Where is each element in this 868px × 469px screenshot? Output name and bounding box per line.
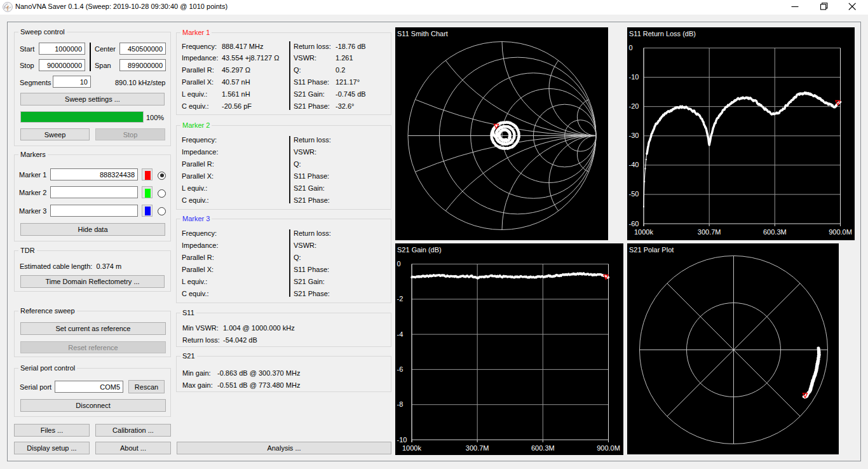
- marker-info-field-value: 40.57 nH: [222, 78, 250, 86]
- start-input[interactable]: 1000000: [39, 43, 85, 55]
- s21-gain-chart[interactable]: S21 Gain (dB) 0-2-4-6-8-101000k300.7M600…: [395, 243, 623, 455]
- s11-return-loss-chart[interactable]: S11 Return Loss (dB) 0-10-20-30-40-50-60…: [627, 27, 855, 240]
- serial-port-input[interactable]: COM5: [55, 381, 123, 393]
- reference-sweep-title: Reference sweep: [18, 307, 77, 315]
- svg-text:300.7M: 300.7M: [698, 228, 721, 236]
- min-vswr-label: Min VSWR:: [182, 324, 219, 332]
- close-button[interactable]: [839, 0, 868, 15]
- marker-info-field-label: Q:: [294, 66, 301, 74]
- marker-info-field-value: -20.56 pF: [222, 102, 252, 111]
- marker-info-field-label: Frequency:: [182, 43, 217, 51]
- svg-text:600.3M: 600.3M: [763, 228, 787, 236]
- svg-text:900.0M: 900.0M: [829, 228, 852, 236]
- serial-port-label: Serial port: [20, 383, 51, 391]
- svg-text:-10: -10: [397, 436, 407, 444]
- marker2-input[interactable]: [50, 186, 138, 198]
- svg-text:-40: -40: [629, 161, 639, 168]
- calibration-button[interactable]: Calibration ...: [95, 424, 171, 437]
- markers-title: Markers: [18, 151, 48, 159]
- marker2-info-title: Marker 2: [180, 121, 212, 130]
- stop-button[interactable]: Stop: [95, 128, 165, 140]
- marker-info-field-label: S11 Phase:: [294, 172, 329, 180]
- sweep-settings-button[interactable]: Sweep settings ...: [20, 93, 165, 105]
- sweep-button[interactable]: Sweep: [20, 128, 90, 140]
- svg-text:-20: -20: [629, 102, 639, 110]
- segments-input[interactable]: 10: [53, 76, 91, 88]
- app-icon: [2, 1, 13, 13]
- marker-info-field-label: VSWR:: [294, 54, 316, 62]
- min-vswr-value: 1.004 @ 1000.000 kHz: [223, 324, 295, 332]
- marker-info-field-label: S21 Gain:: [294, 278, 325, 286]
- span-input[interactable]: 899000000: [119, 59, 166, 71]
- marker-info-field-value: -0.745 dB: [336, 90, 366, 99]
- disconnect-button[interactable]: Disconnect: [20, 399, 166, 412]
- marker-info-field-label: Impedance:: [182, 54, 218, 62]
- marker2-radio[interactable]: [158, 189, 166, 198]
- marker3-info-separator: [289, 229, 290, 297]
- about-button[interactable]: About ...: [95, 442, 171, 454]
- marker3-input[interactable]: [50, 205, 138, 217]
- marker-info-field-value: 43.554 +j8.7127 Ω: [222, 54, 280, 62]
- marker-info-field-value: 0.2: [336, 66, 345, 74]
- serial-port-title: Serial port control: [18, 364, 77, 372]
- svg-text:1000k: 1000k: [402, 444, 421, 452]
- chart-gain-canvas: 0-2-4-6-8-101000k300.7M600.3M900.0M: [395, 243, 623, 455]
- marker-info-field-value: -18.76 dB: [336, 43, 366, 51]
- svg-text:-60: -60: [629, 220, 639, 228]
- marker2-color-button[interactable]: [142, 186, 153, 198]
- marker1-color-button[interactable]: [142, 168, 153, 180]
- marker-info-field-value: 121.17°: [336, 78, 360, 86]
- s21-polar-chart[interactable]: S21 Polar Plot: [627, 243, 839, 454]
- marker-info-field-label: Impedance:: [182, 148, 218, 156]
- center-input[interactable]: 450500000: [119, 43, 166, 55]
- svg-text:-30: -30: [629, 132, 639, 139]
- svg-text:0: 0: [629, 44, 633, 51]
- restore-button[interactable]: [810, 0, 839, 15]
- marker-info-field-label: Impedance:: [182, 241, 218, 250]
- max-gain-value: -0.551 dB @ 773.480 MHz: [217, 381, 300, 390]
- cable-length-text: Estimated cable length: 0.374 m: [20, 262, 121, 271]
- marker-info-field-label: S11 Phase:: [294, 266, 329, 274]
- marker1-info-separator: [289, 41, 290, 110]
- files-button[interactable]: Files ...: [14, 424, 90, 437]
- display-setup-button[interactable]: Display setup ...: [14, 442, 90, 454]
- chart-polar-canvas: [627, 243, 839, 454]
- marker2-info-separator: [289, 136, 290, 203]
- marker-info-field-label: Parallel R:: [182, 66, 214, 74]
- marker-info-field-label: S21 Gain:: [294, 184, 325, 193]
- tdr-button[interactable]: Time Domain Reflectometry ...: [20, 275, 165, 288]
- minimize-button[interactable]: [780, 0, 810, 15]
- hide-data-button[interactable]: Hide data: [20, 223, 165, 236]
- marker1-radio-dot: [160, 173, 164, 177]
- stop-input[interactable]: 900000000: [39, 59, 85, 71]
- rescan-button[interactable]: Rescan: [128, 380, 165, 393]
- marker-info-field-label: Frequency:: [182, 136, 217, 144]
- marker3-color-button[interactable]: [142, 205, 153, 217]
- marker3-radio[interactable]: [158, 207, 166, 215]
- svg-text:0: 0: [397, 260, 401, 268]
- svg-text:1000k: 1000k: [634, 228, 653, 236]
- marker-info-field-label: Q:: [294, 160, 301, 168]
- sweep-separator: [90, 43, 91, 71]
- marker-info-field-label: L equiv.:: [182, 278, 207, 286]
- marker-info-field-label: C equiv.:: [182, 196, 209, 205]
- reset-reference-button[interactable]: Reset reference: [20, 341, 166, 353]
- step-size-text: 890.10 kHz/step: [115, 79, 165, 87]
- marker-info-field-label: Return loss:: [294, 229, 331, 238]
- chart-smith-canvas: [395, 27, 608, 240]
- set-reference-button[interactable]: Set current as reference: [20, 322, 166, 335]
- analysis-button[interactable]: Analysis ...: [177, 442, 391, 454]
- tdr-title: TDR: [18, 247, 37, 255]
- min-gain-value: -0.863 dB @ 300.370 MHz: [217, 369, 300, 377]
- marker-info-field-value: 1.261: [336, 54, 353, 62]
- marker-info-field-label: L equiv.:: [182, 184, 207, 193]
- s11-smith-chart[interactable]: S11 Smith Chart: [395, 27, 608, 240]
- window-title: NanoVNA Saver 0.1.4 (Sweep: 2019-10-28 0…: [15, 3, 227, 10]
- marker-info-field-label: L equiv.:: [182, 90, 207, 99]
- marker1-input[interactable]: 888324438: [50, 168, 138, 180]
- marker3-color-swatch: [145, 207, 151, 215]
- start-label: Start: [20, 45, 34, 53]
- marker1-radio[interactable]: [158, 172, 166, 180]
- marker-info-field-label: Parallel X:: [182, 172, 214, 180]
- marker-info-field-label: Parallel X:: [182, 266, 214, 274]
